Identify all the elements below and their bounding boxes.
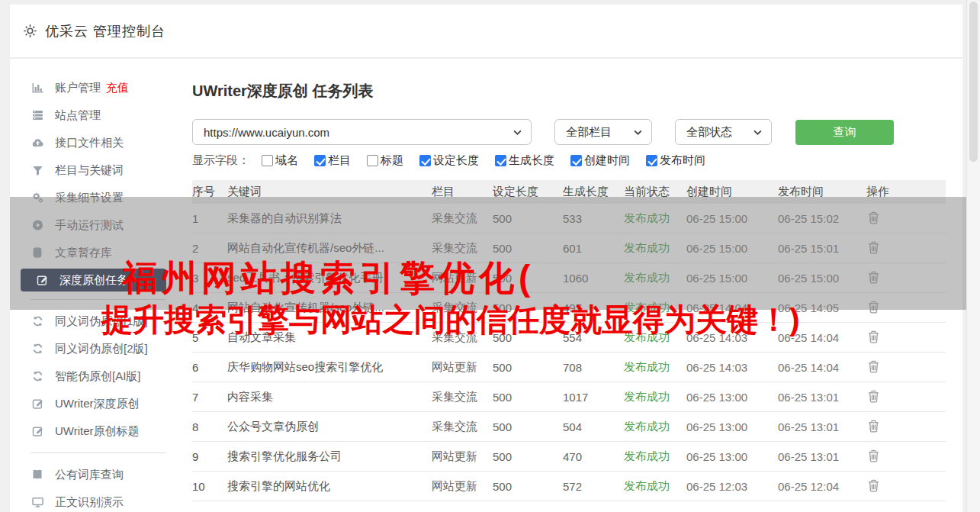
sidebar-item-deep-original-tasks[interactable]: 深度原创任务 <box>21 269 166 291</box>
checkbox-checked-icon[interactable] <box>570 155 582 166</box>
delete-task-button[interactable] <box>866 478 881 494</box>
delete-task-button[interactable] <box>866 240 881 256</box>
delete-task-button[interactable] <box>866 359 881 375</box>
cell-gen_len: 1017 <box>563 391 624 404</box>
checkbox-unchecked-icon[interactable] <box>262 155 273 166</box>
field-checkbox-4[interactable]: 生成长度 <box>495 153 554 168</box>
sidebar-item-uwriter-deep-original[interactable]: UWriter深度原创 <box>10 390 176 417</box>
cell-created: 06-25 14:03 <box>686 331 778 344</box>
delete-task-button[interactable] <box>866 388 881 404</box>
app-title: 优采云 管理控制台 <box>45 22 165 40</box>
column-header-5: 当前状态 <box>624 185 686 199</box>
play-icon <box>31 219 44 231</box>
sidebar-item-uwriter-original-title[interactable]: UWriter原创标题 <box>10 417 176 445</box>
cell-no: 7 <box>192 391 227 404</box>
sidebar-divider <box>31 452 165 453</box>
cell-no: 2 <box>192 242 227 255</box>
delete-task-button[interactable] <box>866 448 881 464</box>
cell-gen_len: 554 <box>563 331 624 344</box>
cell-no: 3 <box>192 272 227 285</box>
cell-published: 06-25 13:01 <box>778 391 866 404</box>
sidebar-item-site-management[interactable]: 站点管理 <box>10 101 176 129</box>
sidebar-item-synonym-rewrite-v1[interactable]: 同义词伪原创[1版] <box>10 308 176 335</box>
sidebar-item-columns-keywords[interactable]: 栏目与关键词 <box>10 156 176 184</box>
app-window: 优采云 管理控制台 账户管理充值站点管理接口文件相关栏目与关键词采集细节设置手动… <box>0 0 980 512</box>
field-checkbox-label: 发布时间 <box>660 153 705 168</box>
field-checkbox-label: 生成长度 <box>509 153 554 168</box>
cell-status: 发布成功 <box>624 479 686 494</box>
cell-created: 06-25 13:00 <box>686 450 778 463</box>
table-row: 4网站自动化宣传机器/seo外链...采集交流500497发布成功06-25 1… <box>192 293 946 323</box>
cell-keyword: 网站自动化宣传机器/seo外链... <box>227 301 432 315</box>
cell-gen_len: 1060 <box>563 272 624 285</box>
sidebar-item-label: 公有词库查询 <box>55 468 124 482</box>
query-button[interactable]: 查询 <box>795 120 894 145</box>
cell-actions <box>866 240 946 256</box>
sidebar-item-ai-rewrite[interactable]: 智能伪原创[AI版] <box>10 362 176 390</box>
trash-icon <box>868 360 879 373</box>
cell-no: 10 <box>192 480 227 493</box>
cell-published: 06-25 12:04 <box>778 480 866 493</box>
sidebar-item-public-lexicon-query[interactable]: 公有词库查询 <box>10 461 176 488</box>
cell-gen_len: 504 <box>563 420 624 433</box>
delete-task-button[interactable] <box>866 418 881 434</box>
field-checkbox-6[interactable]: 发布时间 <box>646 153 705 168</box>
trash-icon <box>868 271 879 284</box>
delete-task-button[interactable] <box>866 269 881 285</box>
sidebar-item-content-recognition-demo[interactable]: 正文识别演示 <box>10 488 176 512</box>
trash-icon <box>868 241 879 254</box>
checkbox-checked-icon[interactable] <box>646 155 657 166</box>
sidebar-item-label: 同义词伪原创[1版] <box>55 314 148 329</box>
field-checkbox-2[interactable]: 标题 <box>367 153 403 168</box>
gears-icon <box>31 192 44 204</box>
server-icon <box>31 109 44 121</box>
recharge-badge[interactable]: 充值 <box>106 81 129 95</box>
cell-gen_len: 572 <box>563 480 624 493</box>
cell-no: 4 <box>192 301 227 314</box>
checkbox-checked-icon[interactable] <box>495 155 506 166</box>
field-checkbox-0[interactable]: 域名 <box>262 153 298 168</box>
filter-icon <box>31 165 44 176</box>
site-select[interactable]: https://www.ucaiyun.com <box>192 119 532 145</box>
checkbox-checked-icon[interactable] <box>314 155 326 166</box>
status-select[interactable]: 全部状态 <box>675 119 772 145</box>
field-checkbox-1[interactable]: 栏目 <box>314 153 351 168</box>
cell-status: 发布成功 <box>624 211 686 226</box>
delete-task-button[interactable] <box>866 329 881 345</box>
column-select[interactable]: 全部栏目 <box>554 119 652 145</box>
cell-actions <box>866 388 946 405</box>
cloud-upload-icon <box>31 137 44 149</box>
cell-column: 采集交流 <box>432 390 493 404</box>
cell-actions <box>866 478 946 494</box>
checkbox-checked-icon[interactable] <box>419 155 431 166</box>
column-header-2: 栏目 <box>432 185 493 199</box>
display-fields-row: 显示字段： 域名栏目标题设定长度生成长度创建时间发布时间 <box>192 153 721 168</box>
scrollbar[interactable] <box>966 0 980 512</box>
trash-icon <box>868 211 879 224</box>
sidebar-item-manual-run-test[interactable]: 手动运行测试 <box>10 211 176 239</box>
sidebar-item-collection-settings[interactable]: 采集细节设置 <box>10 184 176 211</box>
site-select-value: https://www.ucaiyun.com <box>204 126 329 139</box>
cell-keyword: 采集器的自动识别算法 <box>227 211 432 226</box>
cell-set_len: 500 <box>493 450 563 463</box>
sidebar-item-article-staging[interactable]: 文章暂存库 <box>10 239 176 266</box>
cell-status: 发布成功 <box>624 360 686 375</box>
field-checkbox-5[interactable]: 创建时间 <box>570 153 630 168</box>
cell-created: 06-25 14:03 <box>686 361 778 374</box>
checkbox-unchecked-icon[interactable] <box>367 155 378 166</box>
scrollbar-thumb[interactable] <box>969 2 978 162</box>
sidebar-item-synonym-rewrite-v2[interactable]: 同义词伪原创[2版] <box>10 335 176 362</box>
sidebar-item-label: 深度原创任务 <box>59 273 128 288</box>
sidebar-item-account-management[interactable]: 账户管理充值 <box>10 74 176 101</box>
delete-task-button[interactable] <box>866 210 881 226</box>
cell-actions <box>866 418 946 435</box>
sidebar-item-label: 采集细节设置 <box>55 191 124 205</box>
delete-task-button[interactable] <box>866 299 881 315</box>
sidebar-item-interface-files[interactable]: 接口文件相关 <box>10 129 176 156</box>
trash-icon <box>868 390 879 403</box>
refresh-icon <box>31 343 44 355</box>
field-checkbox-3[interactable]: 设定长度 <box>419 153 479 168</box>
edit-icon <box>31 425 44 437</box>
cell-created: 06-25 12:03 <box>686 480 778 493</box>
bar-chart-icon <box>31 82 44 94</box>
